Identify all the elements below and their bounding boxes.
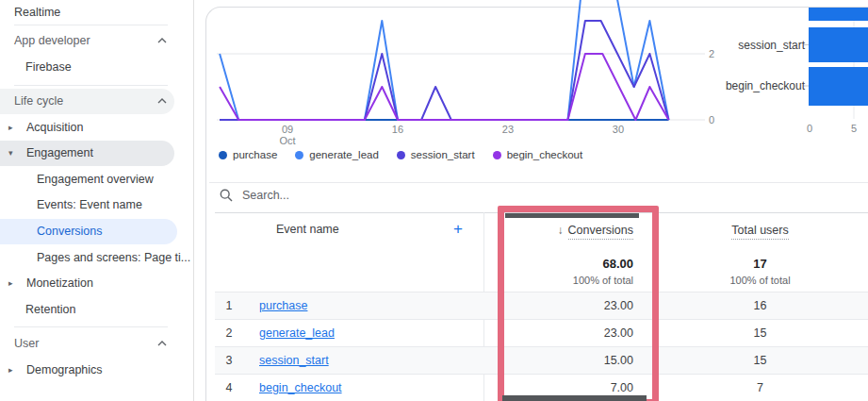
sidebar-item-engagement-overview[interactable]: Engagement overview bbox=[0, 167, 193, 192]
collapse-arrow-icon[interactable]: ▾ bbox=[8, 141, 13, 166]
bar-category-label: session_start bbox=[738, 39, 805, 52]
legend-item-begin_checkout[interactable]: begin_checkout bbox=[493, 149, 583, 160]
expand-arrow-icon[interactable]: ▸ bbox=[8, 271, 13, 296]
chevron-up-icon[interactable] bbox=[157, 98, 167, 104]
total-users-cell: 15 bbox=[652, 347, 868, 375]
expand-arrow-icon[interactable]: ▸ bbox=[8, 358, 13, 383]
conversions-cell: 23.00 bbox=[483, 320, 633, 347]
event-name-cell: generate_lead bbox=[259, 320, 476, 347]
chevron-up-icon[interactable] bbox=[157, 38, 167, 43]
chart-legend: purchasegenerate_leadsession_startbegin_… bbox=[219, 149, 582, 160]
table-row[interactable]: 4begin_checkout7.007 bbox=[215, 374, 868, 401]
sidebar-item-label: App developer bbox=[14, 34, 90, 47]
totals-total-users: 17 bbox=[652, 257, 868, 271]
conversions-cell: 15.00 bbox=[483, 347, 633, 375]
line-series-begin_checkout[interactable] bbox=[220, 54, 668, 120]
analytics-conversions-page: { "sidebar": { "items": [ {"label": "Rea… bbox=[0, 0, 868, 401]
sidebar-section-divider bbox=[14, 85, 168, 86]
column-header-total-users[interactable]: Total users bbox=[652, 222, 868, 237]
table-row[interactable]: 2generate_lead23.0015 bbox=[215, 319, 868, 347]
line-series-session_start[interactable] bbox=[220, 21, 668, 120]
total-users-cell: 7 bbox=[652, 375, 868, 401]
sidebar-item-label: Engagement bbox=[26, 146, 93, 159]
sidebar-item-retention[interactable]: Retention bbox=[0, 297, 193, 323]
legend-label: purchase bbox=[233, 149, 277, 160]
total-users-cell: 15 bbox=[652, 320, 868, 347]
sidebar-item-events-event-name[interactable]: Events: Event name bbox=[0, 192, 193, 218]
column-header-conversions[interactable]: ↓Conversions bbox=[483, 222, 633, 237]
event-link[interactable]: begin_checkout bbox=[259, 381, 342, 394]
report-sidebar: RealtimeApp developerFirebaseLife cycle▸… bbox=[0, 0, 193, 401]
totals-total-users-share: 100% of total bbox=[652, 275, 868, 286]
sidebar-item-monetization[interactable]: ▸Monetization bbox=[0, 271, 193, 296]
sidebar-item-label: Demographics bbox=[26, 363, 103, 376]
event-link[interactable]: session_start bbox=[259, 354, 329, 367]
bar-begin_checkout[interactable] bbox=[809, 67, 868, 106]
event-name-cell: begin_checkout bbox=[259, 375, 476, 401]
search-placeholder: Search... bbox=[242, 189, 289, 202]
sidebar-item-conversions[interactable]: Conversions bbox=[0, 219, 193, 244]
sidebar-item-firebase[interactable]: Firebase bbox=[0, 55, 193, 80]
bar-cropped[interactable] bbox=[809, 8, 868, 21]
column-header-event-name[interactable]: Event name bbox=[276, 222, 339, 237]
event-name-cell: session_start bbox=[259, 347, 476, 375]
sidebar-item-label: User bbox=[14, 337, 39, 350]
totals-conversions: 68.00 bbox=[483, 257, 633, 271]
x-axis-month-label: Oct bbox=[279, 135, 295, 146]
divider bbox=[209, 182, 868, 183]
bar-x-axis-label: 0 bbox=[807, 123, 812, 134]
add-dimension-button[interactable]: + bbox=[453, 220, 463, 239]
sidebar-item-engagement[interactable]: ▾Engagement bbox=[0, 141, 193, 166]
bar-category-label: begin_checkout bbox=[726, 79, 806, 92]
sidebar-item-label: Life cycle bbox=[14, 94, 63, 108]
sidebar-divider bbox=[193, 0, 194, 401]
x-axis-label: 09 bbox=[282, 124, 293, 135]
table-top-border bbox=[215, 212, 868, 213]
sidebar-item-pages-and-screens-page-ti[interactable]: Pages and screens: Page ti... bbox=[0, 245, 193, 271]
bar-session_start[interactable] bbox=[809, 27, 868, 62]
legend-dot-icon bbox=[493, 151, 501, 159]
row-number: 4 bbox=[215, 375, 243, 401]
search-input[interactable]: Search... bbox=[220, 189, 289, 202]
event-link[interactable]: generate_lead bbox=[259, 326, 335, 340]
sidebar-item-life-cycle[interactable]: Life cycle bbox=[0, 89, 193, 114]
sidebar-item-acquisition[interactable]: ▸Acquisition bbox=[0, 115, 193, 141]
bar-x-axis-label: 5 bbox=[851, 123, 857, 134]
y-axis-label: 0 bbox=[709, 114, 714, 125]
sidebar-item-label: Conversions bbox=[37, 225, 102, 238]
expand-arrow-icon[interactable]: ▸ bbox=[8, 115, 13, 141]
table-row[interactable]: 1purchase23.0016 bbox=[215, 292, 868, 320]
chevron-up-icon[interactable] bbox=[157, 341, 167, 346]
event-name-cell: purchase bbox=[259, 292, 476, 320]
sidebar-item-label: Monetization bbox=[26, 276, 93, 290]
sidebar-section-divider bbox=[14, 25, 168, 25]
conversions-cell: 7.00 bbox=[483, 375, 633, 401]
legend-dot-icon bbox=[397, 151, 405, 159]
search-icon bbox=[220, 189, 233, 202]
sidebar-item-label: Engagement overview bbox=[37, 173, 154, 186]
sidebar-item-demographics[interactable]: ▸Demographics bbox=[0, 358, 193, 383]
legend-item-purchase[interactable]: purchase bbox=[219, 149, 277, 160]
legend-item-generate_lead[interactable]: generate_lead bbox=[295, 149, 379, 160]
legend-label: begin_checkout bbox=[507, 149, 583, 160]
sidebar-item-label: Realtime bbox=[14, 6, 60, 19]
line-series-generate_lead[interactable] bbox=[220, 0, 668, 120]
row-number: 2 bbox=[215, 320, 243, 347]
x-axis-label: 16 bbox=[392, 124, 403, 135]
row-number: 1 bbox=[215, 292, 243, 320]
conversions-bar-chart[interactable]: session_startbegin_checkout05 bbox=[726, 0, 868, 140]
sidebar-item-label: Retention bbox=[25, 303, 76, 316]
legend-label: session_start bbox=[411, 149, 475, 160]
sidebar-item-app-developer[interactable]: App developer bbox=[0, 28, 193, 54]
table-row[interactable]: 3session_start15.0015 bbox=[215, 346, 868, 375]
totals-conversions-share: 100% of total bbox=[483, 275, 633, 286]
legend-dot-icon bbox=[295, 151, 303, 159]
legend-item-session_start[interactable]: session_start bbox=[397, 149, 475, 160]
event-link[interactable]: purchase bbox=[259, 299, 307, 312]
sidebar-section-divider bbox=[14, 326, 168, 327]
row-number: 3 bbox=[215, 347, 243, 375]
sidebar-item-realtime[interactable]: Realtime bbox=[0, 0, 193, 25]
total-users-cell: 16 bbox=[652, 292, 868, 320]
conversions-line-chart[interactable]: 2009Oct162330 bbox=[209, 0, 733, 147]
sidebar-item-user[interactable]: User bbox=[0, 331, 193, 357]
